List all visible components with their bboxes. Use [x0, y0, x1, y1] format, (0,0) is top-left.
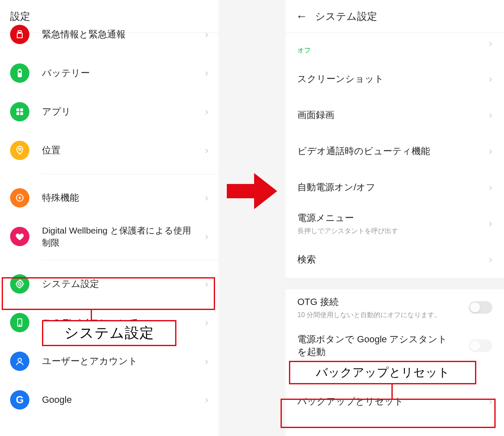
section-divider	[286, 278, 504, 289]
chevron-right-icon: ›	[489, 218, 492, 229]
system-settings-screen: ← システム設定 片手モード オフ › スクリーンショット › 画面録画 › ビ…	[286, 0, 504, 436]
divider	[42, 174, 218, 174]
chevron-right-icon: ›	[489, 181, 492, 193]
row-battery[interactable]: バッテリー ›	[0, 54, 218, 92]
svg-rect-7	[20, 112, 23, 115]
back-button[interactable]: ←	[296, 11, 307, 22]
row-label: このデバイスについて	[42, 316, 205, 329]
row-users[interactable]: ユーザーとアカウント ›	[0, 342, 218, 381]
row-search[interactable]: 検索 ›	[286, 242, 504, 278]
row-label: アプリ	[42, 105, 205, 118]
row-wellbeing[interactable]: Digital Wellbeing と保護者による使用制限 ›	[0, 217, 218, 256]
user-icon	[10, 352, 29, 371]
row-screen-record[interactable]: 画面録画 ›	[286, 97, 504, 133]
row-label: 緊急情報と緊急通報	[42, 28, 205, 41]
row-otg[interactable]: OTG 接続 10 分間使用しないと自動的にオフになります。	[286, 289, 504, 326]
chevron-right-icon: ›	[205, 355, 208, 367]
chevron-right-icon: ›	[205, 231, 208, 242]
row-label: Google	[42, 394, 205, 407]
page-title: システム設定	[315, 10, 377, 23]
chevron-right-icon: ›	[205, 29, 208, 40]
settings-screen: 設定 緊急情報と緊急通報 › バッテリー › アプリ	[0, 0, 218, 436]
chevron-right-icon: ›	[205, 144, 208, 156]
row-title: 電源メニュー	[297, 212, 485, 224]
svg-point-12	[19, 325, 20, 326]
row-emergency[interactable]: 緊急情報と緊急通報 ›	[0, 15, 218, 54]
chevron-right-icon: ›	[205, 278, 208, 290]
row-title: スクリーンショット	[297, 73, 485, 85]
chevron-right-icon: ›	[489, 145, 492, 157]
apps-icon	[10, 102, 29, 121]
chevron-right-icon: ›	[489, 254, 492, 265]
arrow-right-icon	[225, 168, 279, 216]
row-screenshot[interactable]: スクリーンショット ›	[286, 61, 504, 97]
chevron-right-icon: ›	[489, 396, 492, 407]
row-title: ビデオ通話時のビューティ機能	[297, 145, 485, 158]
chevron-right-icon: ›	[489, 37, 492, 49]
svg-rect-4	[16, 108, 19, 111]
svg-rect-0	[18, 31, 21, 32]
chevron-right-icon: ›	[205, 317, 208, 328]
row-backup-reset[interactable]: バックアップとリセット ›	[286, 383, 504, 420]
chevron-right-icon: ›	[205, 106, 208, 118]
row-label: Digital Wellbeing と保護者による使用制限	[42, 224, 205, 249]
row-system-settings[interactable]: システム設定 ›	[0, 265, 218, 303]
battery-icon	[10, 63, 29, 83]
chevron-right-icon: ›	[205, 67, 208, 79]
row-subtitle: 10 分間使用しないと自動的にオフになります。	[297, 311, 469, 320]
assistant-toggle[interactable]	[469, 339, 492, 352]
google-icon: G	[10, 390, 29, 410]
chevron-right-icon: ›	[205, 394, 208, 406]
row-assistant[interactable]: 電源ボタンで Google アシスタントを起動	[286, 326, 504, 366]
transition-gap	[218, 0, 286, 436]
row-subtitle: 長押しでアシスタントを呼び出す	[297, 227, 485, 236]
svg-rect-2	[19, 69, 21, 70]
row-location[interactable]: 位置 ›	[0, 131, 218, 170]
emergency-icon	[10, 25, 29, 44]
wellbeing-icon	[10, 227, 29, 246]
otg-toggle[interactable]	[469, 301, 492, 314]
row-special[interactable]: 特殊機能 ›	[0, 179, 218, 217]
row-label: 位置	[42, 144, 205, 157]
location-icon	[10, 141, 29, 160]
svg-point-10	[18, 283, 21, 285]
svg-rect-5	[20, 108, 23, 111]
row-title: 画面録画	[297, 109, 485, 121]
divider	[42, 260, 218, 260]
special-icon	[10, 188, 29, 207]
row-google[interactable]: G Google ›	[0, 381, 218, 419]
row-label: ユーザーとアカウント	[42, 355, 205, 368]
row-label: 特殊機能	[42, 192, 205, 205]
row-title: 自動電源オン/オフ	[297, 181, 485, 194]
row-title: 検索	[297, 253, 485, 266]
row-label: バッテリー	[42, 67, 205, 80]
chevron-right-icon: ›	[205, 192, 208, 204]
svg-point-8	[19, 148, 21, 150]
gear-icon	[10, 274, 29, 294]
chevron-right-icon: ›	[489, 109, 492, 121]
row-auto-power[interactable]: 自動電源オン/オフ ›	[286, 169, 504, 205]
row-device-about[interactable]: このデバイスについて ›	[0, 303, 218, 342]
row-label: システム設定	[42, 278, 205, 291]
chevron-right-icon: ›	[489, 73, 492, 85]
svg-point-13	[18, 358, 21, 362]
row-power-menu[interactable]: 電源メニュー 長押しでアシスタントを呼び出す ›	[286, 205, 504, 242]
phone-icon	[10, 313, 29, 332]
row-title: バックアップとリセット	[297, 395, 485, 408]
svg-rect-3	[19, 73, 21, 76]
row-video-beauty[interactable]: ビデオ通話時のビューティ機能 ›	[286, 133, 504, 169]
row-title: 電源ボタンで Google アシスタントを起動	[297, 333, 457, 358]
row-title: OTG 接続	[297, 296, 469, 308]
row-onehand[interactable]: 片手モード オフ ›	[286, 25, 504, 61]
row-subtitle: オフ	[297, 46, 485, 55]
svg-rect-6	[16, 112, 19, 115]
row-apps[interactable]: アプリ ›	[0, 92, 218, 131]
